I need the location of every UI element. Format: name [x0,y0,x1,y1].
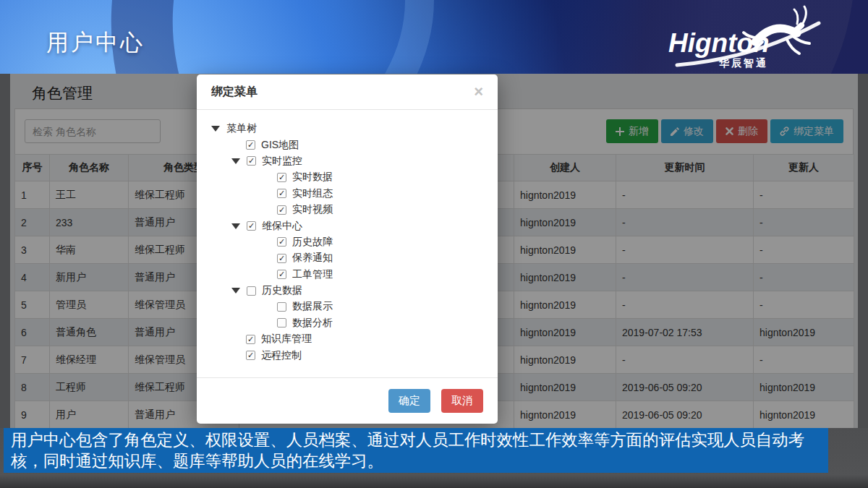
tree-node-label[interactable]: 维保中心 [262,220,302,233]
close-icon[interactable]: × [474,84,483,100]
tree-node-label[interactable]: 远程控制 [261,349,302,362]
logo-wordmark: Hignton [668,28,770,58]
modal-footer: 确定 取消 [197,377,498,424]
slide: 用户中心 Hignton 华辰智通 [0,0,868,488]
caret-down-icon[interactable] [231,223,240,229]
checkbox-unchecked[interactable] [277,318,286,328]
checkbox-checked[interactable]: ✓ [277,189,286,198]
tree-node: 历史数据 [211,283,483,299]
tree-node: ✓工单管理 [211,267,483,283]
tree-node-label[interactable]: 数据展示 [292,300,333,313]
hignton-logo: Hignton 华辰智通 [650,4,830,74]
checkbox-checked[interactable]: ✓ [246,140,255,150]
tree-node: ✓GIS地图 [211,137,483,153]
checkbox-unchecked[interactable] [277,302,286,312]
tree-node-label[interactable]: 实时数据 [292,171,333,184]
caret-down-icon[interactable] [231,158,240,164]
checkbox-checked[interactable]: ✓ [247,221,256,231]
tree-node-label[interactable]: 实时组态 [292,187,333,200]
tree-node: 数据分析 [211,315,483,331]
logo-subtext: 华辰智通 [718,57,768,69]
tree-node: ✓实时监控 [211,153,483,169]
caret-down-icon[interactable] [211,126,220,132]
tree-node-label[interactable]: 菜单树 [226,122,257,135]
tree-node-label[interactable]: 历史故障 [292,236,333,249]
tree-node: ✓实时组态 [211,186,483,202]
checkbox-checked[interactable]: ✓ [246,335,255,344]
page-header-title: 用户中心 [46,27,145,58]
cancel-button[interactable]: 取消 [441,389,483,413]
tree-node: ✓远程控制 [211,347,483,363]
tree-node-label[interactable]: 实时视频 [292,203,333,216]
tree-node: ✓实时视频 [211,202,483,218]
modal-title: 绑定菜单 [211,85,258,100]
tree-node-label[interactable]: 知识库管理 [261,333,312,346]
tree-node-label[interactable]: 实时监控 [262,155,302,168]
checkbox-checked[interactable]: ✓ [277,205,286,215]
antelope-logo-icon: Hignton 华辰智通 [650,4,830,74]
menu-tree: 菜单树✓GIS地图✓实时监控✓实时数据✓实时组态✓实时视频✓维保中心✓历史故障✓… [197,110,498,364]
checkbox-checked[interactable]: ✓ [247,156,256,166]
tree-node-label[interactable]: 保养通知 [292,252,333,265]
checkbox-checked[interactable]: ✓ [277,254,286,263]
tree-node-label[interactable]: 历史数据 [262,284,302,297]
checkbox-checked[interactable]: ✓ [277,237,286,247]
tree-node-label[interactable]: GIS地图 [261,139,299,152]
tree-node: ✓知识库管理 [211,331,483,347]
tree-node: ✓历史故障 [211,234,483,250]
caret-down-icon[interactable] [231,288,240,294]
caption-text: 用户中心包含了角色定义、权限设置、人员档案、通过对人员工作时效性工作效率等方面的… [4,428,828,473]
tree-node: 菜单树 [211,121,483,137]
tree-node: 数据展示 [211,299,483,314]
checkbox-checked[interactable]: ✓ [277,173,286,182]
tree-node-label[interactable]: 工单管理 [292,268,333,281]
tree-node: ✓维保中心 [211,218,483,234]
tree-node: ✓保养通知 [211,250,483,266]
checkbox-unchecked[interactable] [247,286,256,296]
modal-header: 绑定菜单 × [197,74,498,110]
checkbox-checked[interactable]: ✓ [246,351,255,360]
tree-node: ✓实时数据 [211,169,483,185]
tree-node-label[interactable]: 数据分析 [292,317,333,330]
app-header-banner: 用户中心 Hignton 华辰智通 [0,0,868,74]
confirm-button[interactable]: 确定 [388,389,430,413]
bind-menu-modal: 绑定菜单 × 菜单树✓GIS地图✓实时监控✓实时数据✓实时组态✓实时视频✓维保中… [197,74,498,424]
checkbox-checked[interactable]: ✓ [277,270,286,279]
